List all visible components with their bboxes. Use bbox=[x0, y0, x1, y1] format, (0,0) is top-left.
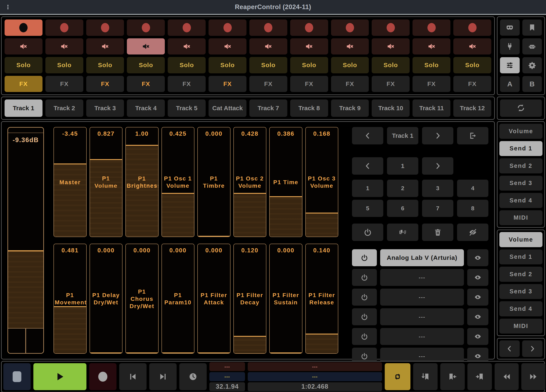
prev-marker-button[interactable] bbox=[440, 363, 465, 390]
time-mode-button[interactable] bbox=[179, 363, 207, 390]
solo-button-track6[interactable]: Solo bbox=[208, 57, 247, 73]
fx-button-track4[interactable]: FX bbox=[127, 76, 165, 92]
go-to-end-button[interactable] bbox=[149, 363, 177, 390]
tab-track-3[interactable]: Track 3 bbox=[86, 99, 124, 117]
fx-slot-1-power-button[interactable] bbox=[352, 249, 377, 266]
send-to-track-button[interactable] bbox=[457, 127, 488, 144]
record-arm-button-track7[interactable] bbox=[249, 19, 287, 36]
sends-page-prev-button[interactable] bbox=[499, 341, 520, 357]
stop-button[interactable] bbox=[3, 363, 31, 390]
param-fader-4[interactable]: 0.425P1 Osc 1 Volume bbox=[162, 127, 195, 237]
preset-button-3[interactable]: 3 bbox=[422, 180, 453, 197]
record-arm-button-track2[interactable] bbox=[46, 19, 83, 36]
bookmark-button[interactable] bbox=[522, 19, 542, 36]
tab-track-12[interactable]: Track 12 bbox=[453, 99, 491, 117]
hide-fx-button[interactable] bbox=[457, 224, 488, 241]
layout-a-button[interactable]: A bbox=[500, 76, 520, 92]
fx-slot-3-show-button[interactable] bbox=[467, 289, 488, 306]
mask-button[interactable] bbox=[500, 19, 520, 36]
bank-next-button[interactable] bbox=[422, 157, 453, 175]
fx-button-track3[interactable]: FX bbox=[86, 76, 124, 92]
preset-button-5[interactable]: 5 bbox=[352, 200, 383, 217]
fx-slot-4-name[interactable]: --- bbox=[380, 308, 464, 325]
solo-button-track2[interactable]: Solo bbox=[46, 57, 83, 73]
send-mode-send-4-g1[interactable]: Send 4 bbox=[499, 193, 542, 208]
add-marker-button[interactable] bbox=[413, 363, 438, 390]
plug-button[interactable] bbox=[500, 38, 520, 54]
param-fader-8[interactable]: 0.168P1 Osc 3 Volume bbox=[305, 127, 338, 237]
fx-slot-3-name[interactable]: --- bbox=[380, 289, 464, 306]
next-marker-button[interactable] bbox=[468, 363, 492, 390]
fx-slot-2-power-button[interactable] bbox=[352, 269, 377, 286]
tab-track-10[interactable]: Track 10 bbox=[372, 99, 410, 117]
fx-slot-2-show-button[interactable] bbox=[467, 269, 488, 286]
mute-button-track7[interactable] bbox=[249, 38, 287, 55]
play-button[interactable] bbox=[33, 363, 86, 390]
send-mode-send-2-g2[interactable]: Send 2 bbox=[499, 267, 542, 282]
mute-button-track11[interactable] bbox=[412, 38, 450, 55]
param-fader-11[interactable]: 0.000P1 Chorus Dry/Wet bbox=[125, 244, 159, 354]
rewind-button[interactable] bbox=[494, 363, 519, 390]
mute-button-track6[interactable] bbox=[208, 38, 247, 55]
track-next-button[interactable] bbox=[422, 127, 453, 144]
send-mode-volume-g1[interactable]: Volume bbox=[499, 124, 542, 139]
loop-toggle-button[interactable] bbox=[385, 363, 410, 390]
tab-track-5[interactable]: Track 5 bbox=[168, 99, 206, 117]
record-arm-button-track11[interactable] bbox=[412, 19, 450, 36]
bank-prev-button[interactable] bbox=[352, 157, 383, 175]
send-mode-midi-g1[interactable]: MIDI bbox=[499, 210, 542, 225]
delete-fx-button[interactable] bbox=[422, 224, 453, 241]
fx-button-track5[interactable]: FX bbox=[168, 76, 206, 92]
mute-button-track1[interactable] bbox=[5, 38, 43, 55]
fx-slot-4-power-button[interactable] bbox=[352, 308, 377, 325]
param-fader-9[interactable]: 0.481P1 Movement bbox=[53, 244, 87, 354]
layout-b-button[interactable]: B bbox=[522, 76, 542, 92]
preset-button-2[interactable]: 2 bbox=[387, 180, 418, 197]
tab-track-2[interactable]: Track 2 bbox=[46, 99, 83, 117]
fx-slot-2-name[interactable]: --- bbox=[380, 269, 464, 286]
fx-button-track11[interactable]: FX bbox=[412, 76, 450, 92]
pan-strip[interactable] bbox=[8, 328, 43, 353]
paste-fx-chain-button[interactable] bbox=[387, 224, 418, 241]
record-arm-button-track6[interactable] bbox=[208, 19, 247, 36]
solo-button-track3[interactable]: Solo bbox=[86, 57, 124, 73]
fx-button-track6[interactable]: FX bbox=[208, 76, 247, 92]
record-arm-button-track5[interactable] bbox=[168, 19, 206, 36]
track-select-label[interactable]: Track 1 bbox=[387, 127, 418, 144]
record-arm-button-track4[interactable] bbox=[127, 19, 165, 36]
preset-button-4[interactable]: 4 bbox=[457, 180, 488, 197]
fx-slot-5-name[interactable]: --- bbox=[380, 328, 464, 345]
param-fader-6[interactable]: 0.428P1 Osc 2 Volume bbox=[234, 127, 266, 237]
track-prev-button[interactable] bbox=[352, 127, 383, 144]
send-mode-send-3-g1[interactable]: Send 3 bbox=[499, 176, 542, 191]
fx-button-track2[interactable]: FX bbox=[46, 76, 83, 92]
solo-button-track8[interactable]: Solo bbox=[290, 57, 328, 73]
fx-button-track12[interactable]: FX bbox=[453, 76, 491, 92]
mute-button-track5[interactable] bbox=[168, 38, 206, 55]
fx-button-track9[interactable]: FX bbox=[331, 76, 369, 92]
param-fader-10[interactable]: 0.000P1 Delay Dry/Wet bbox=[90, 244, 123, 354]
param-fader-12[interactable]: 0.000P1 Param10 bbox=[162, 244, 195, 354]
fx-slot-1-name[interactable]: Analog Lab V (Arturia) bbox=[380, 249, 464, 266]
send-mode-send-2-g1[interactable]: Send 2 bbox=[499, 158, 542, 174]
record-arm-button-track8[interactable] bbox=[290, 19, 328, 36]
fx-button-track10[interactable]: FX bbox=[372, 76, 410, 92]
param-fader-15[interactable]: 0.000P1 Filter Sustain bbox=[269, 244, 302, 354]
mute-button-track10[interactable] bbox=[372, 38, 410, 55]
solo-button-track12[interactable]: Solo bbox=[453, 57, 491, 73]
preset-button-8[interactable]: 8 bbox=[457, 200, 488, 217]
param-fader-1[interactable]: -3.45Master bbox=[53, 127, 87, 237]
tab-track-7[interactable]: Track 7 bbox=[249, 99, 287, 117]
send-mode-send-3-g2[interactable]: Send 3 bbox=[499, 284, 542, 299]
sends-page-next-button[interactable] bbox=[522, 341, 542, 357]
solo-button-track4[interactable]: Solo bbox=[127, 57, 165, 73]
main-volume-fader[interactable]: -9.36dB bbox=[7, 127, 44, 354]
mute-button-track3[interactable] bbox=[86, 38, 124, 55]
preset-button-6[interactable]: 6 bbox=[387, 200, 418, 217]
record-arm-button-track3[interactable] bbox=[86, 19, 124, 36]
solo-button-track9[interactable]: Solo bbox=[331, 57, 369, 73]
mute-button-track4[interactable] bbox=[127, 38, 165, 55]
tab-track-6[interactable]: Cat Attack bbox=[208, 99, 247, 117]
preset-button-7[interactable]: 7 bbox=[422, 200, 453, 217]
tab-track-1[interactable]: Track 1 bbox=[5, 99, 43, 117]
